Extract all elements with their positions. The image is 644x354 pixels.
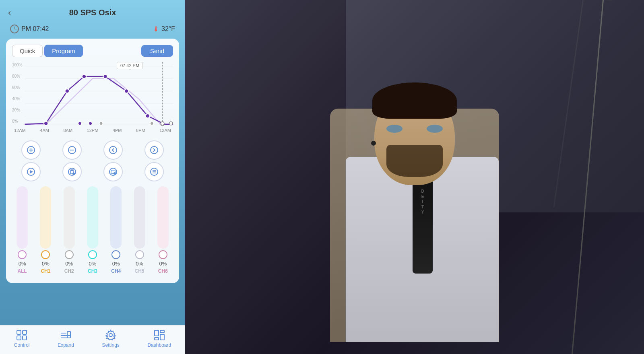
time-label-4pm: 4PM xyxy=(113,128,122,133)
tab-row: Quick Program Send xyxy=(12,45,173,57)
y-label-40: 40% xyxy=(12,97,23,101)
channel-all-slider[interactable] xyxy=(17,186,28,249)
nav-expand-label: Expand xyxy=(58,342,74,348)
nav-control-label: Control xyxy=(14,342,30,348)
control-buttons-row2 xyxy=(12,162,173,181)
svg-marker-28 xyxy=(30,170,33,173)
channel-ch6-label: CH6 xyxy=(158,268,168,274)
channel-ch1-label: CH1 xyxy=(41,268,50,274)
time-label-8am: 8AM xyxy=(63,128,72,133)
channel-ch6-pct: 0% xyxy=(159,261,167,267)
channel-ch2-pct: 0% xyxy=(65,261,73,267)
channel-ch1-pct: 0% xyxy=(42,261,50,267)
person-right-eye xyxy=(427,125,443,133)
svg-rect-41 xyxy=(23,330,27,334)
add-point-button[interactable] xyxy=(21,140,41,160)
person-head xyxy=(374,88,455,185)
svg-rect-49 xyxy=(155,330,159,336)
channel-ch5-slider[interactable] xyxy=(134,186,145,249)
channel-ch2-slider[interactable] xyxy=(64,186,75,249)
svg-point-33 xyxy=(109,168,117,175)
svg-point-25 xyxy=(109,146,117,154)
send-button[interactable]: Send xyxy=(141,45,173,57)
chart-y-labels: 100% 80% 60% 40% 20% 0% xyxy=(12,62,23,124)
person-area: DEITY xyxy=(185,0,644,354)
status-temp: 🌡 32°F xyxy=(153,25,175,33)
control-icon xyxy=(16,329,27,341)
svg-point-7 xyxy=(65,89,70,93)
chart-svg[interactable] xyxy=(12,62,173,126)
channel-ch3-slider[interactable] xyxy=(87,186,98,249)
svg-point-32 xyxy=(72,173,75,175)
svg-point-9 xyxy=(103,74,107,78)
svg-point-26 xyxy=(151,146,158,154)
nav-settings-label: Settings xyxy=(102,342,119,348)
channel-ch3-label: CH3 xyxy=(88,268,97,274)
load-button[interactable] xyxy=(103,162,123,181)
person-earring xyxy=(371,141,376,146)
list-button[interactable] xyxy=(144,162,164,181)
next-button[interactable] xyxy=(144,140,164,160)
time-label-12am: 12AM xyxy=(14,128,26,133)
svg-rect-50 xyxy=(160,330,164,333)
channel-all: 0% ALL xyxy=(12,186,32,274)
channel-ch2: 0% CH2 xyxy=(59,186,79,274)
svg-rect-31 xyxy=(71,170,73,171)
svg-rect-42 xyxy=(17,336,21,340)
channel-ch4-label: CH4 xyxy=(111,268,121,274)
tab-quick[interactable]: Quick xyxy=(12,45,43,57)
tab-program[interactable]: Program xyxy=(44,45,83,57)
video-background: DEITY xyxy=(185,0,644,354)
nav-expand[interactable]: Expand xyxy=(58,329,74,348)
person-beard xyxy=(386,145,443,177)
remove-point-button[interactable] xyxy=(62,140,82,160)
svg-point-15 xyxy=(89,122,92,125)
back-button[interactable]: ‹ xyxy=(8,8,11,18)
save-button[interactable] xyxy=(62,162,82,181)
channel-ch6-circle xyxy=(159,250,167,259)
video-panel: DEITY xyxy=(185,0,644,354)
svg-rect-51 xyxy=(160,334,164,340)
svg-point-16 xyxy=(99,122,103,125)
channel-ch2-label: CH2 xyxy=(64,268,74,274)
nav-control[interactable]: Control xyxy=(14,329,30,348)
chart-time-labels: 12AM 4AM 8AM 12PM 4PM 8PM 12AM xyxy=(12,128,173,133)
status-bar: PM 07:42 🌡 32°F xyxy=(0,21,185,37)
time-display: PM 07:42 xyxy=(21,25,49,33)
channel-ch6-slider[interactable] xyxy=(157,186,169,249)
channel-ch4: 0% CH4 xyxy=(106,186,126,274)
svg-rect-52 xyxy=(155,338,159,340)
app-header: ‹ 80 SPS Osix xyxy=(0,0,185,21)
channel-ch2-circle xyxy=(65,250,74,259)
microphone-body: DEITY xyxy=(413,177,433,274)
prev-button[interactable] xyxy=(103,140,123,160)
y-label-0: 0% xyxy=(12,119,23,123)
svg-point-35 xyxy=(114,172,116,175)
time-label-4am: 4AM xyxy=(40,128,49,133)
status-time: PM 07:42 xyxy=(10,25,49,33)
person-hair xyxy=(372,82,457,119)
nav-settings[interactable]: Settings xyxy=(102,329,119,348)
channel-ch4-slider[interactable] xyxy=(110,186,122,249)
channel-all-circle xyxy=(18,250,27,259)
y-label-20: 20% xyxy=(12,108,23,112)
play-button[interactable] xyxy=(21,162,41,181)
svg-rect-47 xyxy=(67,331,70,338)
svg-point-14 xyxy=(78,122,81,125)
temperature-display: 32°F xyxy=(161,25,175,33)
main-card: Quick Program Send 07:42 PM 100% 80% 60%… xyxy=(6,39,179,283)
nav-dashboard[interactable]: Dashboard xyxy=(147,329,171,348)
svg-point-8 xyxy=(82,74,87,78)
settings-icon xyxy=(105,329,116,341)
channel-ch3-pct: 0% xyxy=(89,261,97,267)
mic-brand-text: DEITY xyxy=(421,189,425,215)
svg-point-48 xyxy=(109,333,112,337)
channel-ch5-pct: 0% xyxy=(136,261,143,267)
svg-point-10 xyxy=(124,89,129,93)
chart-area: 07:42 PM 100% 80% 60% 40% 20% 0% xyxy=(12,62,173,136)
channel-ch1-slider[interactable] xyxy=(40,186,51,249)
thermometer-icon: 🌡 xyxy=(153,25,160,33)
channel-ch3-circle xyxy=(88,250,97,259)
svg-rect-45 xyxy=(61,333,66,333)
y-label-100: 100% xyxy=(12,63,23,67)
